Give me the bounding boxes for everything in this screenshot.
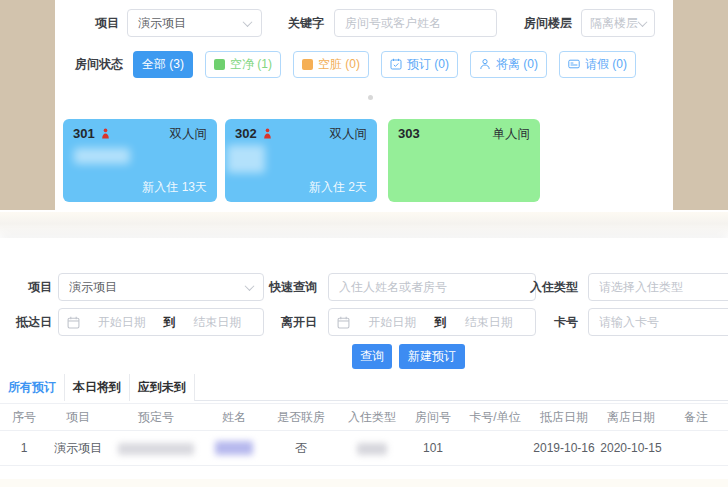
header-reservation-no: 预定号 xyxy=(108,404,204,431)
room-type: 双人间 xyxy=(170,126,208,143)
room-card-302[interactable]: 302 双人间 新入住 2天 xyxy=(225,119,377,202)
start-date-placeholder: 开始日期 xyxy=(84,314,160,331)
room-status-row: 房间状态 全部 (3) 空净 (1) 空脏 (0) 预订 (0) 将离 (0) xyxy=(75,50,636,78)
header-card-unit: 卡号/单位 xyxy=(460,404,530,431)
checkin-type-input[interactable] xyxy=(588,273,728,301)
quick-search-input[interactable] xyxy=(328,273,536,301)
project-select[interactable]: 演示项目 xyxy=(127,9,262,37)
card-number-input[interactable] xyxy=(588,308,728,336)
status-reserved-label: 预订 (0) xyxy=(407,56,449,73)
quick-search-label: 快速查询 xyxy=(267,273,317,301)
room-card-303[interactable]: 303 单人间 xyxy=(388,119,540,202)
orange-square-icon xyxy=(302,59,313,70)
cell-remark xyxy=(664,431,728,466)
tab-expected-not-arrived[interactable]: 应到未到 xyxy=(130,374,195,401)
room-number-text: 301 xyxy=(73,126,95,141)
end-date-placeholder: 结束日期 xyxy=(451,314,528,331)
cell-arrival-date: 2019-10-16 xyxy=(530,431,598,466)
keyword-label: 关键字 xyxy=(288,15,324,32)
date-separator: 到 xyxy=(435,314,447,331)
green-square-icon xyxy=(214,59,225,70)
project-select-value: 演示项目 xyxy=(138,15,186,32)
checkin-type-label: 入住类型 xyxy=(530,273,578,301)
header-remark: 备注 xyxy=(664,404,728,431)
cell-seq: 1 xyxy=(0,431,48,466)
keyword-input[interactable] xyxy=(334,9,497,37)
redacted-reservation-no xyxy=(118,443,194,455)
status-on-leave-label: 请假 (0) xyxy=(585,56,627,73)
room-card-header: 302 双人间 xyxy=(235,126,367,143)
footer-band xyxy=(0,479,728,487)
start-date-placeholder: 开始日期 xyxy=(354,314,431,331)
chevron-down-icon xyxy=(243,17,253,27)
redacted-checkin-type xyxy=(357,443,387,455)
room-number: 302 xyxy=(235,126,273,141)
cell-linked-room: 否 xyxy=(264,431,338,466)
tab-all-reservations[interactable]: 所有预订 xyxy=(0,374,65,401)
departure-date-label: 离开日 xyxy=(267,308,317,336)
leave-card-icon xyxy=(568,58,580,70)
project-select[interactable]: 演示项目 xyxy=(58,273,264,301)
chevron-down-icon xyxy=(638,17,648,27)
header-room-no: 房间号 xyxy=(406,404,460,431)
status-vacant-clean-button[interactable]: 空净 (1) xyxy=(205,51,281,78)
room-status-label: 房间状态 xyxy=(75,56,123,73)
floor-select-placeholder: 隔离楼层 xyxy=(590,15,638,32)
panel-gap xyxy=(0,212,728,238)
right-background-strip xyxy=(673,0,728,210)
room-board-panel: 项目 演示项目 关键字 房间楼层 隔离楼层 房间状态 全部 (3) 空净 (1)… xyxy=(0,0,728,212)
room-stay-badge: 新入住 2天 xyxy=(309,179,367,196)
new-reservation-button[interactable]: 新建预订 xyxy=(399,344,465,369)
project-select-value: 演示项目 xyxy=(69,279,117,296)
room-number-text: 302 xyxy=(235,126,257,141)
header-checkin-type: 入住类型 xyxy=(338,404,406,431)
project-label: 项目 xyxy=(4,273,52,301)
end-date-placeholder: 结束日期 xyxy=(180,314,256,331)
room-number: 303 xyxy=(398,126,420,141)
project-label: 项目 xyxy=(95,15,119,32)
status-vacant-clean-label: 空净 (1) xyxy=(230,56,272,73)
cell-project: 演示项目 xyxy=(48,431,108,466)
room-type: 双人间 xyxy=(330,126,368,143)
room-number: 301 xyxy=(73,126,111,141)
reservation-tabs: 所有预订 本日将到 应到未到 xyxy=(0,374,728,401)
redacted-guest-name xyxy=(74,148,130,164)
cell-checkin-type xyxy=(338,431,406,466)
status-reserved-button[interactable]: 预订 (0) xyxy=(381,51,458,78)
status-vacant-dirty-label: 空脏 (0) xyxy=(318,56,360,73)
card-number-label: 卡号 xyxy=(530,308,578,336)
status-vacant-dirty-button[interactable]: 空脏 (0) xyxy=(293,51,369,78)
header-linked-room: 是否联房 xyxy=(264,404,338,431)
reservations-table: 序号 项目 预定号 姓名 是否联房 入住类型 房间号 卡号/单位 抵店日期 离店… xyxy=(0,403,728,466)
chevron-down-icon xyxy=(245,281,255,291)
left-background-strip xyxy=(0,0,55,210)
arrival-date-range[interactable]: 开始日期 到 结束日期 xyxy=(58,308,264,336)
tab-arriving-today[interactable]: 本日将到 xyxy=(65,374,130,401)
guest-occupied-icon xyxy=(100,128,111,139)
status-all-button[interactable]: 全部 (3) xyxy=(133,51,193,78)
room-number-text: 303 xyxy=(398,126,420,141)
calendar-check-icon xyxy=(390,58,402,70)
header-arrival-date: 抵店日期 xyxy=(530,404,598,431)
status-on-leave-button[interactable]: 请假 (0) xyxy=(559,51,636,78)
status-departing-button[interactable]: 将离 (0) xyxy=(470,51,547,78)
departure-date-range[interactable]: 开始日期 到 结束日期 xyxy=(328,308,536,336)
room-card-301[interactable]: 301 双人间 新入住 13天 xyxy=(63,119,217,202)
reservations-panel: 项目 演示项目 快速查询 入住类型 抵达日 开始日期 到 结束日期 离开日 开始… xyxy=(0,238,728,487)
arrival-date-label: 抵达日 xyxy=(4,308,52,336)
guest-occupied-icon xyxy=(262,128,273,139)
room-card-header: 303 单人间 xyxy=(398,126,530,143)
date-separator: 到 xyxy=(164,314,176,331)
room-card-header: 301 双人间 xyxy=(73,126,207,143)
query-button[interactable]: 查询 xyxy=(352,344,392,369)
decorative-dot xyxy=(368,95,373,100)
floor-select[interactable]: 隔离楼层 xyxy=(581,9,655,37)
person-icon xyxy=(479,58,491,70)
redacted-guest-name xyxy=(227,145,265,173)
calendar-icon xyxy=(337,316,350,329)
redacted-guest-name xyxy=(215,441,253,455)
table-row[interactable]: 1 演示项目 否 101 2019-10-16 2020-10-15 xyxy=(0,431,728,466)
room-stay-badge: 新入住 13天 xyxy=(142,179,207,196)
calendar-icon xyxy=(67,316,80,329)
header-departure-date: 离店日期 xyxy=(598,404,664,431)
